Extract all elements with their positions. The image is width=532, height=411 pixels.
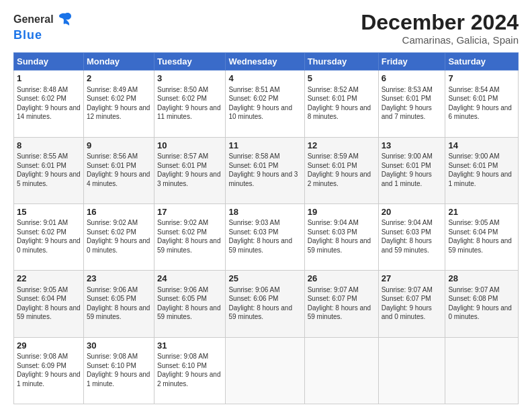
calendar-cell: 19Sunrise: 9:04 AMSunset: 6:03 PMDayligh… — [304, 203, 378, 270]
calendar-cell: 4Sunrise: 8:51 AMSunset: 6:02 PMDaylight… — [226, 71, 304, 137]
calendar-table: SundayMondayTuesdayWednesdayThursdayFrid… — [13, 52, 519, 404]
sunset-text: Sunset: 6:02 PM — [17, 228, 81, 237]
day-number: 30 — [87, 340, 151, 352]
calendar-cell: 22Sunrise: 9:05 AMSunset: 6:04 PMDayligh… — [14, 271, 84, 337]
calendar-subtitle: Camarinas, Galicia, Spain — [361, 34, 519, 46]
sunset-text: Sunset: 6:02 PM — [157, 228, 222, 237]
sunrise-text: Sunrise: 9:05 AM — [17, 285, 81, 295]
sunrise-text: Sunrise: 8:54 AM — [448, 85, 515, 95]
calendar-cell: 28Sunrise: 9:07 AMSunset: 6:08 PMDayligh… — [445, 271, 519, 337]
sunset-text: Sunset: 6:01 PM — [87, 161, 151, 171]
sunrise-text: Sunrise: 9:02 AM — [87, 218, 151, 228]
sunrise-text: Sunrise: 8:55 AM — [17, 152, 81, 161]
day-number: 27 — [382, 273, 443, 285]
header-sunday: Sunday — [14, 53, 84, 71]
calendar-week-4: 22Sunrise: 9:05 AMSunset: 6:04 PMDayligh… — [14, 271, 519, 337]
sunrise-text: Sunrise: 8:58 AM — [228, 152, 301, 161]
day-number: 14 — [448, 140, 515, 152]
sunrise-text: Sunrise: 8:48 AM — [17, 85, 81, 95]
daylight-text: Daylight: 9 hours and 4 minutes. — [87, 170, 151, 188]
sunset-text: Sunset: 6:02 PM — [87, 228, 151, 237]
calendar-cell: 10Sunrise: 8:57 AMSunset: 6:01 PMDayligh… — [154, 137, 225, 203]
sunset-text: Sunset: 6:01 PM — [448, 94, 515, 103]
sunset-text: Sunset: 6:05 PM — [157, 294, 222, 304]
daylight-text: Daylight: 8 hours and 59 minutes. — [157, 304, 222, 322]
day-number: 23 — [87, 273, 151, 285]
day-number: 22 — [17, 273, 81, 285]
day-number: 28 — [448, 273, 515, 285]
header-saturday: Saturday — [445, 53, 519, 71]
calendar-cell: 26Sunrise: 9:07 AMSunset: 6:07 PMDayligh… — [304, 271, 378, 337]
calendar-cell: 9Sunrise: 8:56 AMSunset: 6:01 PMDaylight… — [83, 137, 154, 203]
day-number: 26 — [308, 273, 375, 285]
header-wednesday: Wednesday — [226, 53, 304, 71]
sunset-text: Sunset: 6:02 PM — [87, 94, 151, 103]
sunrise-text: Sunrise: 9:02 AM — [157, 218, 222, 228]
calendar-cell: 3Sunrise: 8:50 AMSunset: 6:02 PMDaylight… — [154, 71, 225, 137]
daylight-text: Daylight: 9 hours and 6 minutes. — [448, 103, 515, 122]
sunrise-text: Sunrise: 9:01 AM — [17, 218, 81, 228]
calendar-week-2: 8Sunrise: 8:55 AMSunset: 6:01 PMDaylight… — [14, 137, 519, 203]
daylight-text: Daylight: 8 hours and 59 minutes. — [228, 236, 301, 255]
day-number: 29 — [17, 340, 81, 352]
daylight-text: Daylight: 9 hours and 1 minute. — [382, 170, 443, 188]
header-tuesday: Tuesday — [154, 53, 225, 71]
calendar-cell: 23Sunrise: 9:06 AMSunset: 6:05 PMDayligh… — [83, 271, 154, 337]
sunrise-text: Sunrise: 9:00 AM — [382, 152, 443, 161]
daylight-text: Daylight: 8 hours and 59 minutes. — [448, 236, 515, 255]
calendar-cell: 13Sunrise: 9:00 AMSunset: 6:01 PMDayligh… — [378, 137, 445, 203]
day-number: 12 — [308, 140, 375, 152]
calendar-title: December 2024 — [361, 11, 519, 34]
header-friday: Friday — [378, 53, 445, 71]
calendar-cell: 8Sunrise: 8:55 AMSunset: 6:01 PMDaylight… — [14, 137, 84, 203]
calendar-cell: 29Sunrise: 9:08 AMSunset: 6:09 PMDayligh… — [14, 337, 84, 404]
title-block: December 2024 Camarinas, Galicia, Spain — [361, 11, 519, 46]
day-number: 15 — [17, 206, 81, 218]
sunrise-text: Sunrise: 9:05 AM — [448, 218, 515, 228]
sunrise-text: Sunrise: 8:53 AM — [382, 85, 443, 95]
sunset-text: Sunset: 6:04 PM — [448, 228, 515, 237]
daylight-text: Daylight: 9 hours and 12 minutes. — [87, 103, 151, 122]
sunset-text: Sunset: 6:03 PM — [382, 228, 443, 237]
day-number: 18 — [228, 206, 301, 218]
day-number: 1 — [17, 73, 81, 85]
daylight-text: Daylight: 9 hours and 0 minutes. — [17, 236, 81, 255]
daylight-text: Daylight: 9 hours and 8 minutes. — [308, 103, 375, 122]
daylight-text: Daylight: 9 hours and 10 minutes. — [228, 103, 301, 122]
sunset-text: Sunset: 6:01 PM — [382, 161, 443, 171]
day-number: 8 — [17, 140, 81, 152]
sunrise-text: Sunrise: 9:07 AM — [448, 285, 515, 295]
logo-row: General — [13, 11, 74, 28]
sunrise-text: Sunrise: 8:50 AM — [157, 85, 222, 95]
sunset-text: Sunset: 6:01 PM — [382, 94, 443, 103]
sunrise-text: Sunrise: 9:06 AM — [87, 285, 151, 295]
calendar-cell: 11Sunrise: 8:58 AMSunset: 6:01 PMDayligh… — [226, 137, 304, 203]
sunset-text: Sunset: 6:10 PM — [157, 361, 222, 371]
sunrise-text: Sunrise: 9:04 AM — [382, 218, 443, 228]
daylight-text: Daylight: 9 hours and 1 minute. — [17, 370, 81, 388]
daylight-text: Daylight: 9 hours and 3 minutes. — [228, 170, 301, 188]
calendar-cell — [445, 337, 519, 404]
day-number: 16 — [87, 206, 151, 218]
daylight-text: Daylight: 9 hours and 0 minutes. — [448, 304, 515, 322]
daylight-text: Daylight: 8 hours and 59 minutes. — [157, 236, 222, 255]
calendar-cell — [304, 337, 378, 404]
logo-general-text: General — [13, 13, 54, 26]
sunrise-text: Sunrise: 9:07 AM — [382, 285, 443, 295]
sunrise-text: Sunrise: 8:52 AM — [308, 85, 375, 95]
sunset-text: Sunset: 6:09 PM — [17, 361, 81, 371]
sunset-text: Sunset: 6:08 PM — [448, 294, 515, 304]
day-number: 4 — [228, 73, 301, 85]
page: General Blue December 2024 Camarinas, Ga… — [0, 0, 532, 411]
sunset-text: Sunset: 6:07 PM — [382, 294, 443, 304]
sunrise-text: Sunrise: 8:59 AM — [308, 152, 375, 161]
sunrise-text: Sunrise: 9:08 AM — [17, 352, 81, 361]
sunrise-text: Sunrise: 9:07 AM — [308, 285, 375, 295]
header-monday: Monday — [83, 53, 154, 71]
daylight-text: Daylight: 9 hours and 14 minutes. — [17, 103, 81, 122]
sunset-text: Sunset: 6:01 PM — [157, 161, 222, 171]
calendar-cell: 27Sunrise: 9:07 AMSunset: 6:07 PMDayligh… — [378, 271, 445, 337]
calendar-cell: 25Sunrise: 9:06 AMSunset: 6:06 PMDayligh… — [226, 271, 304, 337]
sunset-text: Sunset: 6:01 PM — [308, 161, 375, 171]
calendar-header-row: SundayMondayTuesdayWednesdayThursdayFrid… — [14, 53, 519, 71]
